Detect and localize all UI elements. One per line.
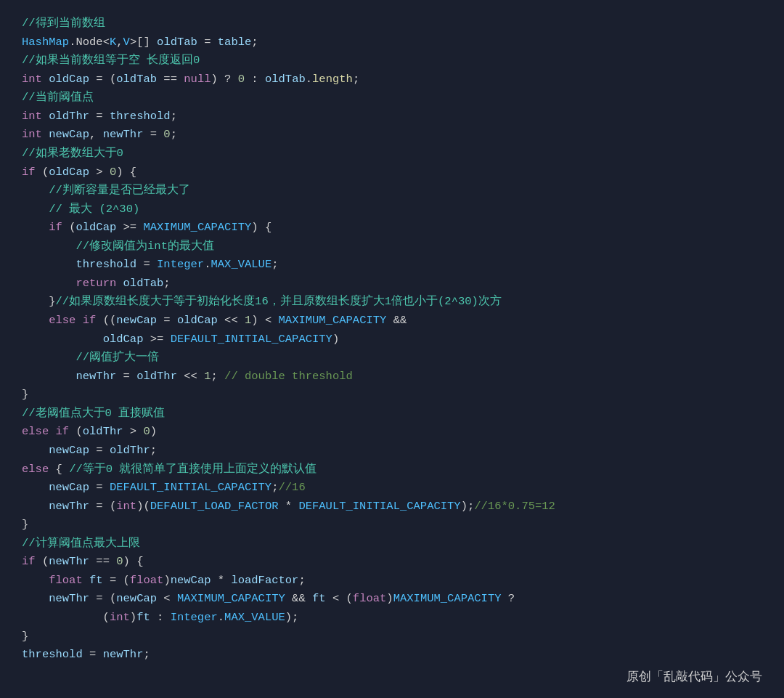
code-line: newThr = (int)(DEFAULT_LOAD_FACTOR * DEF… bbox=[22, 498, 762, 516]
code-line: if (newThr == 0) { bbox=[22, 553, 762, 572]
code-line: //修改阈值为int的最大值 bbox=[22, 238, 762, 256]
code-line: else if ((newCap = oldCap << 1) < MAXIMU… bbox=[22, 312, 762, 330]
code-line: oldCap >= DEFAULT_INITIAL_CAPACITY) bbox=[22, 330, 762, 349]
code-line: threshold = Integer.MAX_VALUE; bbox=[22, 256, 762, 275]
code-block: //得到当前数组 HashMap.Node<K,V>[] oldTab = ta… bbox=[0, 0, 784, 679]
code-line: //如果老数组大于0 bbox=[22, 145, 762, 163]
code-line: //阈值扩大一倍 bbox=[22, 349, 762, 368]
code-line: else { //等于0 就很简单了直接使用上面定义的默认值 bbox=[22, 460, 762, 479]
code-line: (int)ft : Integer.MAX_VALUE); bbox=[22, 609, 762, 628]
code-line: newCap = oldThr; bbox=[22, 442, 762, 460]
code-line: } bbox=[22, 386, 762, 405]
code-line: //老阈值点大于0 直接赋值 bbox=[22, 405, 762, 423]
code-line: float ft = (float)newCap * loadFactor; bbox=[22, 572, 762, 591]
code-line: int oldThr = threshold; bbox=[22, 107, 762, 126]
code-line: int oldCap = (oldTab == null) ? 0 : oldT… bbox=[22, 70, 762, 89]
code-line: newThr = (newCap < MAXIMUM_CAPACITY && f… bbox=[22, 590, 762, 609]
code-line: //当前阈值点 bbox=[22, 89, 762, 107]
code-line: //计算阈值点最大上限 bbox=[22, 535, 762, 553]
code-line: }//如果原数组长度大于等于初始化长度16，并且原数组长度扩大1倍也小于(2^3… bbox=[22, 293, 762, 312]
code-line: else if (oldThr > 0) bbox=[22, 423, 762, 442]
code-line: //判断容量是否已经最大了 bbox=[22, 182, 762, 200]
code-line: int newCap, newThr = 0; bbox=[22, 126, 762, 145]
code-line: //如果当前数组等于空 长度返回0 bbox=[22, 52, 762, 70]
code-line: if (oldCap > 0) { bbox=[22, 163, 762, 182]
code-line: if (oldCap >= MAXIMUM_CAPACITY) { bbox=[22, 219, 762, 238]
code-line: // 最大 (2^30) bbox=[22, 200, 762, 219]
code-line: newCap = DEFAULT_INITIAL_CAPACITY;//16 bbox=[22, 479, 762, 498]
code-line: //得到当前数组 bbox=[22, 15, 762, 33]
code-line: HashMap.Node<K,V>[] oldTab = table; bbox=[22, 33, 762, 52]
code-line: } bbox=[22, 628, 762, 646]
code-line: threshold = newThr; bbox=[22, 646, 762, 665]
watermark: 原创「乱敲代码」公众号 bbox=[626, 668, 762, 685]
code-line: return oldTab; bbox=[22, 275, 762, 293]
code-line: newThr = oldThr << 1; // double threshol… bbox=[22, 368, 762, 386]
code-line: } bbox=[22, 516, 762, 535]
